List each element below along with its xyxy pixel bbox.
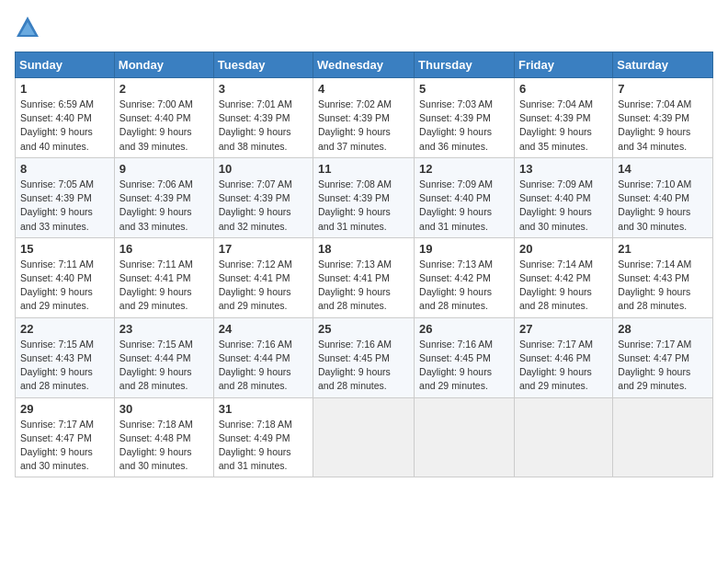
page-header (15, 15, 713, 40)
calendar-cell: 20 Sunrise: 7:14 AM Sunset: 4:42 PM Dayl… (514, 237, 612, 317)
day-info: Sunrise: 7:13 AM Sunset: 4:42 PM Dayligh… (419, 258, 509, 314)
day-number: 3 (219, 82, 308, 96)
day-number: 31 (219, 402, 308, 416)
calendar-cell: 5 Sunrise: 7:03 AM Sunset: 4:39 PM Dayli… (415, 78, 515, 158)
calendar-cell: 19 Sunrise: 7:13 AM Sunset: 4:42 PM Dayl… (415, 237, 515, 317)
calendar-header-row: SundayMondayTuesdayWednesdayThursdayFrid… (16, 52, 713, 78)
day-info: Sunrise: 7:06 AM Sunset: 4:39 PM Dayligh… (119, 178, 209, 234)
day-info: Sunrise: 7:04 AM Sunset: 4:39 PM Dayligh… (618, 98, 708, 154)
day-info: Sunrise: 7:16 AM Sunset: 4:45 PM Dayligh… (318, 338, 409, 394)
day-number: 20 (519, 242, 608, 256)
day-number: 22 (20, 322, 109, 336)
calendar-cell: 14 Sunrise: 7:10 AM Sunset: 4:40 PM Dayl… (613, 157, 713, 237)
day-info: Sunrise: 7:09 AM Sunset: 4:40 PM Dayligh… (519, 178, 608, 234)
day-info: Sunrise: 7:11 AM Sunset: 4:40 PM Dayligh… (20, 258, 109, 314)
calendar-cell: 10 Sunrise: 7:07 AM Sunset: 4:39 PM Dayl… (213, 157, 313, 237)
calendar-cell: 9 Sunrise: 7:06 AM Sunset: 4:39 PM Dayli… (114, 157, 213, 237)
day-info: Sunrise: 7:03 AM Sunset: 4:39 PM Dayligh… (419, 98, 509, 154)
calendar-cell: 23 Sunrise: 7:15 AM Sunset: 4:44 PM Dayl… (114, 317, 213, 397)
day-info: Sunrise: 6:59 AM Sunset: 4:40 PM Dayligh… (20, 98, 109, 154)
calendar-cell: 17 Sunrise: 7:12 AM Sunset: 4:41 PM Dayl… (213, 237, 313, 317)
calendar-cell: 21 Sunrise: 7:14 AM Sunset: 4:43 PM Dayl… (613, 237, 713, 317)
day-info: Sunrise: 7:14 AM Sunset: 4:43 PM Dayligh… (618, 258, 708, 314)
calendar-cell: 6 Sunrise: 7:04 AM Sunset: 4:39 PM Dayli… (514, 78, 612, 158)
calendar-week-row: 8 Sunrise: 7:05 AM Sunset: 4:39 PM Dayli… (16, 157, 713, 237)
weekday-header: Wednesday (313, 52, 415, 78)
calendar-cell: 13 Sunrise: 7:09 AM Sunset: 4:40 PM Dayl… (514, 157, 612, 237)
weekday-header: Tuesday (213, 52, 313, 78)
day-info: Sunrise: 7:15 AM Sunset: 4:44 PM Dayligh… (119, 338, 209, 394)
day-number: 30 (119, 402, 209, 416)
calendar-cell: 1 Sunrise: 6:59 AM Sunset: 4:40 PM Dayli… (16, 78, 115, 158)
weekday-header: Thursday (415, 52, 515, 78)
day-info: Sunrise: 7:02 AM Sunset: 4:39 PM Dayligh… (318, 98, 409, 154)
day-number: 1 (20, 82, 109, 96)
day-number: 10 (219, 162, 308, 176)
day-number: 4 (318, 82, 409, 96)
calendar-cell: 4 Sunrise: 7:02 AM Sunset: 4:39 PM Dayli… (313, 78, 415, 158)
day-info: Sunrise: 7:11 AM Sunset: 4:41 PM Dayligh… (119, 258, 209, 314)
day-number: 5 (419, 82, 509, 96)
day-info: Sunrise: 7:13 AM Sunset: 4:41 PM Dayligh… (318, 258, 409, 314)
logo (15, 15, 44, 40)
calendar-cell (415, 397, 515, 477)
calendar-cell: 15 Sunrise: 7:11 AM Sunset: 4:40 PM Dayl… (16, 237, 115, 317)
day-number: 28 (618, 322, 708, 336)
day-info: Sunrise: 7:17 AM Sunset: 4:47 PM Dayligh… (20, 418, 109, 474)
day-info: Sunrise: 7:17 AM Sunset: 4:47 PM Dayligh… (618, 338, 708, 394)
day-info: Sunrise: 7:18 AM Sunset: 4:49 PM Dayligh… (219, 418, 308, 474)
calendar-cell (514, 397, 612, 477)
weekday-header: Friday (514, 52, 612, 78)
calendar-cell: 29 Sunrise: 7:17 AM Sunset: 4:47 PM Dayl… (16, 397, 115, 477)
day-number: 15 (20, 242, 109, 256)
weekday-header: Saturday (613, 52, 713, 78)
day-info: Sunrise: 7:16 AM Sunset: 4:45 PM Dayligh… (419, 338, 509, 394)
calendar-cell: 27 Sunrise: 7:17 AM Sunset: 4:46 PM Dayl… (514, 317, 612, 397)
calendar-week-row: 22 Sunrise: 7:15 AM Sunset: 4:43 PM Dayl… (16, 317, 713, 397)
weekday-header: Sunday (16, 52, 115, 78)
day-info: Sunrise: 7:12 AM Sunset: 4:41 PM Dayligh… (219, 258, 308, 314)
day-info: Sunrise: 7:07 AM Sunset: 4:39 PM Dayligh… (219, 178, 308, 234)
day-number: 7 (618, 82, 708, 96)
calendar-cell (613, 397, 713, 477)
day-info: Sunrise: 7:14 AM Sunset: 4:42 PM Dayligh… (519, 258, 608, 314)
day-number: 27 (519, 322, 608, 336)
day-number: 19 (419, 242, 509, 256)
day-info: Sunrise: 7:18 AM Sunset: 4:48 PM Dayligh… (119, 418, 209, 474)
day-number: 17 (219, 242, 308, 256)
calendar-week-row: 1 Sunrise: 6:59 AM Sunset: 4:40 PM Dayli… (16, 78, 713, 158)
calendar-cell: 8 Sunrise: 7:05 AM Sunset: 4:39 PM Dayli… (16, 157, 115, 237)
calendar-week-row: 15 Sunrise: 7:11 AM Sunset: 4:40 PM Dayl… (16, 237, 713, 317)
day-number: 8 (20, 162, 109, 176)
day-number: 26 (419, 322, 509, 336)
calendar-cell: 22 Sunrise: 7:15 AM Sunset: 4:43 PM Dayl… (16, 317, 115, 397)
day-info: Sunrise: 7:05 AM Sunset: 4:39 PM Dayligh… (20, 178, 109, 234)
day-info: Sunrise: 7:16 AM Sunset: 4:44 PM Dayligh… (219, 338, 308, 394)
day-info: Sunrise: 7:08 AM Sunset: 4:39 PM Dayligh… (318, 178, 409, 234)
day-number: 9 (119, 162, 209, 176)
day-number: 25 (318, 322, 409, 336)
calendar-table: SundayMondayTuesdayWednesdayThursdayFrid… (15, 52, 713, 477)
day-number: 14 (618, 162, 708, 176)
calendar-cell: 16 Sunrise: 7:11 AM Sunset: 4:41 PM Dayl… (114, 237, 213, 317)
calendar-cell: 31 Sunrise: 7:18 AM Sunset: 4:49 PM Dayl… (213, 397, 313, 477)
calendar-cell: 7 Sunrise: 7:04 AM Sunset: 4:39 PM Dayli… (613, 78, 713, 158)
weekday-header: Monday (114, 52, 213, 78)
calendar-cell: 3 Sunrise: 7:01 AM Sunset: 4:39 PM Dayli… (213, 78, 313, 158)
day-info: Sunrise: 7:04 AM Sunset: 4:39 PM Dayligh… (519, 98, 608, 154)
day-number: 16 (119, 242, 209, 256)
calendar-cell: 12 Sunrise: 7:09 AM Sunset: 4:40 PM Dayl… (415, 157, 515, 237)
day-info: Sunrise: 7:00 AM Sunset: 4:40 PM Dayligh… (119, 98, 209, 154)
calendar-cell: 28 Sunrise: 7:17 AM Sunset: 4:47 PM Dayl… (613, 317, 713, 397)
day-number: 29 (20, 402, 109, 416)
calendar-cell: 25 Sunrise: 7:16 AM Sunset: 4:45 PM Dayl… (313, 317, 415, 397)
calendar-week-row: 29 Sunrise: 7:17 AM Sunset: 4:47 PM Dayl… (16, 397, 713, 477)
calendar-cell (313, 397, 415, 477)
day-number: 12 (419, 162, 509, 176)
day-info: Sunrise: 7:09 AM Sunset: 4:40 PM Dayligh… (419, 178, 509, 234)
day-number: 24 (219, 322, 308, 336)
day-number: 11 (318, 162, 409, 176)
day-number: 13 (519, 162, 608, 176)
calendar-cell: 24 Sunrise: 7:16 AM Sunset: 4:44 PM Dayl… (213, 317, 313, 397)
day-info: Sunrise: 7:17 AM Sunset: 4:46 PM Dayligh… (519, 338, 608, 394)
